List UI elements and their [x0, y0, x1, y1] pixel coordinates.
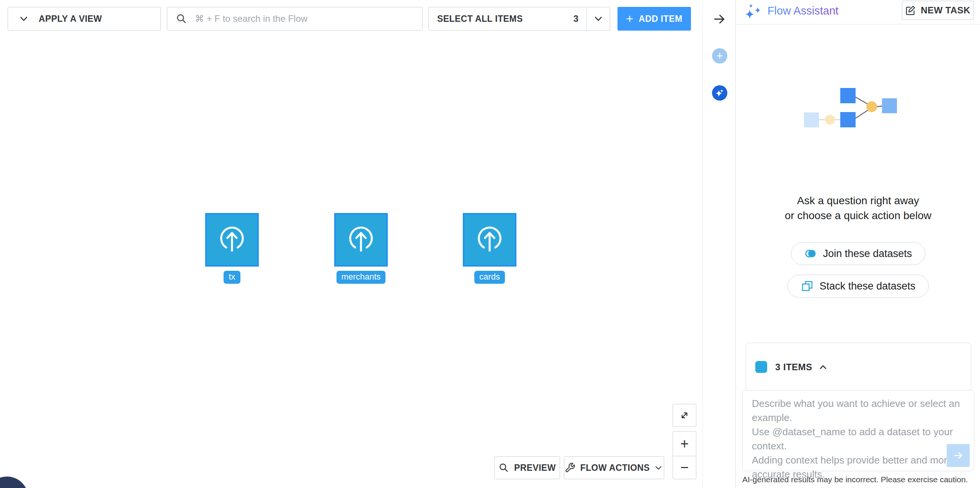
join-datasets-label: Join these datasets [823, 248, 912, 260]
wrench-icon [565, 462, 575, 473]
join-datasets-quick-action[interactable]: Join these datasets [791, 242, 926, 265]
uploaded-dataset-icon[interactable] [334, 213, 388, 267]
new-task-label: NEW TASK [921, 5, 970, 16]
prompt-placeholder-line: Describe what you want to achieve or sel… [752, 397, 960, 425]
chevron-down-icon [18, 13, 29, 24]
upload-arrow-icon [214, 222, 250, 258]
chevron-up-icon[interactable] [818, 362, 828, 373]
dataset-label[interactable]: cards [474, 271, 505, 284]
fit-to-screen-button[interactable] [673, 404, 696, 427]
heading-line-2: or choose a quick action below [736, 208, 980, 223]
join-venn-icon [804, 247, 817, 260]
assistant-header: Flow Assistant NEW TASK [736, 0, 980, 24]
sparkles-icon [715, 88, 725, 98]
stack-datasets-label: Stack these datasets [820, 280, 916, 292]
context-items-label: 3 ITEMS [775, 362, 812, 373]
add-item-label: ADD ITEM [639, 14, 682, 24]
flow-assistant-sparkles-icon [745, 3, 764, 22]
chevron-down-icon [653, 463, 663, 473]
apply-view-button[interactable]: APPLY A VIEW [8, 7, 161, 31]
select-all-dropdown-toggle[interactable] [586, 7, 610, 30]
collapse-panel-arrow-icon[interactable] [713, 13, 726, 26]
assistant-prompt-input[interactable]: Describe what you want to achieve or sel… [742, 390, 974, 471]
assistant-title: Flow Assistant [768, 5, 838, 17]
stack-datasets-quick-action[interactable]: Stack these datasets [787, 275, 929, 298]
uploaded-dataset-icon[interactable] [205, 213, 259, 267]
selected-items-count: 3 [573, 13, 578, 24]
apply-view-label: APPLY A VIEW [39, 14, 102, 24]
zoom-in-button[interactable]: + [673, 431, 696, 456]
prompt-placeholder-line: Use @dataset_name to add a dataset to yo… [752, 425, 960, 453]
dataset-node-cards[interactable]: cards [463, 213, 516, 284]
dataset-chip-icon [755, 361, 767, 373]
chevron-down-icon [593, 13, 604, 24]
flow-search-input[interactable]: ⌘ + F to search in the Flow [167, 7, 423, 31]
dataset-node-tx[interactable]: tx [205, 213, 259, 284]
search-icon [498, 462, 509, 473]
new-task-button[interactable]: NEW TASK [902, 1, 974, 20]
add-item-button[interactable]: + ADD ITEM [617, 7, 691, 31]
assistant-side-strip: + [703, 0, 736, 488]
zoom-out-button[interactable]: − [673, 456, 696, 479]
upload-arrow-icon [343, 222, 379, 258]
search-placeholder: ⌘ + F to search in the Flow [195, 13, 307, 24]
expand-icon [679, 410, 690, 421]
heading-line-1: Ask a question right away [736, 193, 980, 208]
select-all-items-button[interactable]: SELECT ALL ITEMS 3 [428, 7, 610, 31]
flow-actions-button[interactable]: FLOW ACTIONS [564, 456, 664, 479]
preview-button[interactable]: PREVIEW [494, 456, 560, 479]
flow-assistant-panel: Flow Assistant NEW TASK Ask a que [736, 0, 980, 488]
arrow-right-icon [952, 450, 964, 461]
dataset-label[interactable]: tx [224, 271, 240, 284]
flow-illustration [802, 88, 898, 131]
flow-actions-label: FLOW ACTIONS [580, 463, 650, 473]
ai-assistant-button[interactable] [712, 85, 727, 101]
add-context-button[interactable]: + [712, 48, 727, 63]
stack-icon [801, 280, 813, 292]
upload-arrow-icon [472, 222, 508, 258]
flow-app: APPLY A VIEW ⌘ + F to search in the Flow… [0, 0, 980, 488]
context-items-box[interactable]: 3 ITEMS [746, 343, 971, 391]
assistant-heading: Ask a question right away or choose a qu… [736, 193, 980, 223]
edit-icon [905, 5, 916, 16]
flow-canvas[interactable]: APPLY A VIEW ⌘ + F to search in the Flow… [0, 0, 703, 488]
dataset-label[interactable]: merchants [336, 271, 386, 284]
search-icon [176, 13, 187, 24]
send-prompt-button[interactable] [947, 444, 970, 467]
plus-icon: + [626, 13, 633, 25]
select-all-label: SELECT ALL ITEMS [437, 14, 523, 24]
preview-label: PREVIEW [514, 463, 556, 473]
dataset-node-merchants[interactable]: merchants [334, 213, 388, 284]
uploaded-dataset-icon[interactable] [463, 213, 516, 267]
dataiku-logo-corner [0, 477, 28, 488]
prompt-placeholder-line: Adding context helps provide better and … [752, 453, 960, 481]
